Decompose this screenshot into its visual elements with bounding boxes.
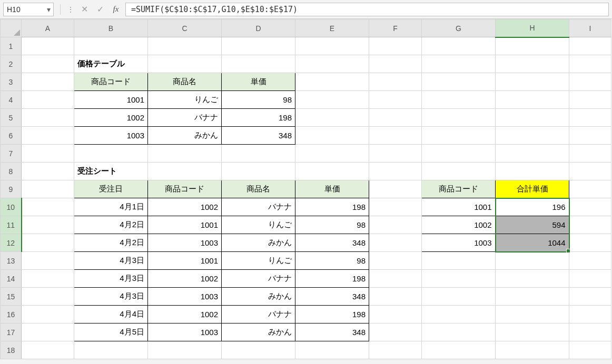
cell-B8[interactable]: 受注シート (74, 163, 148, 180)
row-header-8[interactable]: 8 (1, 163, 22, 180)
cell-B13[interactable]: 4月3日 (74, 252, 148, 270)
row-header-10[interactable]: 10 (1, 198, 22, 216)
cell-G9[interactable]: 商品コード (422, 180, 496, 198)
cell-G17[interactable] (422, 323, 496, 341)
cell-A9[interactable] (22, 180, 74, 198)
col-header-I[interactable]: I (569, 19, 611, 37)
cell-D14[interactable]: バナナ (222, 270, 295, 288)
formula-input[interactable]: =SUMIF($C$10:$C$17,G10,$E$10:$E$17) (125, 3, 609, 16)
row-header-11[interactable]: 11 (1, 216, 22, 234)
cell-A17[interactable] (22, 323, 74, 341)
row-header-7[interactable]: 7 (1, 145, 22, 163)
row-header-2[interactable]: 2 (1, 55, 22, 73)
cell-C10[interactable]: 1002 (148, 198, 222, 216)
cell-I6[interactable] (569, 127, 611, 145)
cell-I8[interactable] (569, 163, 611, 180)
cell-A6[interactable] (22, 127, 74, 145)
cell-A12[interactable] (22, 234, 74, 252)
cell-E14[interactable]: 198 (295, 270, 369, 288)
cell-G18[interactable] (422, 341, 496, 359)
cell-F4[interactable] (369, 91, 422, 109)
cell-H15[interactable] (496, 288, 569, 306)
cell-G14[interactable] (422, 270, 496, 288)
cell-G10[interactable]: 1001 (422, 198, 496, 216)
cell-F14[interactable] (369, 270, 422, 288)
cell-B2[interactable]: 価格テーブル (74, 55, 148, 73)
cell-A15[interactable] (22, 288, 74, 306)
cell-I18[interactable] (569, 341, 611, 359)
cell-H5[interactable] (496, 109, 569, 127)
cell-H10[interactable]: 196 (496, 198, 569, 216)
cell-C16[interactable]: 1002 (148, 306, 222, 323)
col-header-E[interactable]: E (295, 19, 369, 37)
cell-C2[interactable] (148, 55, 222, 73)
row-header-18[interactable]: 18 (1, 341, 22, 359)
cell-G8[interactable] (422, 163, 496, 180)
col-header-C[interactable]: C (148, 19, 222, 37)
cell-B7[interactable] (74, 145, 148, 163)
cell-F7[interactable] (369, 145, 422, 163)
cell-I7[interactable] (569, 145, 611, 163)
cell-I12[interactable] (569, 234, 611, 252)
cell-A10[interactable] (22, 198, 74, 216)
cell-C17[interactable]: 1003 (148, 323, 222, 341)
cell-C18[interactable] (148, 341, 222, 359)
cell-A18[interactable] (22, 341, 74, 359)
row-header-1[interactable]: 1 (1, 37, 22, 55)
cell-F15[interactable] (369, 288, 422, 306)
cell-H11[interactable]: 594 (496, 216, 569, 234)
cell-G4[interactable] (422, 91, 496, 109)
cell-H6[interactable] (496, 127, 569, 145)
cell-C4[interactable]: りんご (148, 91, 222, 109)
row-header-6[interactable]: 6 (1, 127, 22, 145)
enter-icon[interactable]: ✓ (94, 3, 106, 16)
cell-A7[interactable] (22, 145, 74, 163)
cell-I13[interactable] (569, 252, 611, 270)
cell-G6[interactable] (422, 127, 496, 145)
cell-E3[interactable] (295, 73, 369, 91)
cell-A14[interactable] (22, 270, 74, 288)
cell-E7[interactable] (295, 145, 369, 163)
cell-A13[interactable] (22, 252, 74, 270)
cell-A16[interactable] (22, 306, 74, 323)
cell-H8[interactable] (496, 163, 569, 180)
cell-D5[interactable]: 198 (222, 109, 295, 127)
col-header-D[interactable]: D (222, 19, 295, 37)
cell-E2[interactable] (295, 55, 369, 73)
range-expand-icon[interactable]: ⋮ (67, 5, 75, 14)
cell-I3[interactable] (569, 73, 611, 91)
row-header-9[interactable]: 9 (1, 180, 22, 198)
row-header-14[interactable]: 14 (1, 270, 22, 288)
row-header-15[interactable]: 15 (1, 288, 22, 306)
cell-H14[interactable] (496, 270, 569, 288)
cell-E17[interactable]: 348 (295, 323, 369, 341)
cell-B5[interactable]: 1002 (74, 109, 148, 127)
cell-E5[interactable] (295, 109, 369, 127)
cell-F8[interactable] (369, 163, 422, 180)
name-box-dropdown-icon[interactable]: ▾ (45, 5, 52, 14)
cell-I16[interactable] (569, 306, 611, 323)
cell-B15[interactable]: 4月3日 (74, 288, 148, 306)
cell-B14[interactable]: 4月3日 (74, 270, 148, 288)
row-header-5[interactable]: 5 (1, 109, 22, 127)
cell-A3[interactable] (22, 73, 74, 91)
cell-F3[interactable] (369, 73, 422, 91)
cell-H13[interactable] (496, 252, 569, 270)
cell-I15[interactable] (569, 288, 611, 306)
cell-H2[interactable] (496, 55, 569, 73)
cell-F9[interactable] (369, 180, 422, 198)
cell-G5[interactable] (422, 109, 496, 127)
cell-F12[interactable] (369, 234, 422, 252)
cell-H4[interactable] (496, 91, 569, 109)
cell-D7[interactable] (222, 145, 295, 163)
col-header-G[interactable]: G (422, 19, 496, 37)
cell-E16[interactable]: 198 (295, 306, 369, 323)
cell-F5[interactable] (369, 109, 422, 127)
cell-D9[interactable]: 商品名 (222, 180, 295, 198)
cell-E18[interactable] (295, 341, 369, 359)
col-header-F[interactable]: F (369, 19, 422, 37)
fx-icon[interactable]: fx (110, 3, 122, 16)
cell-B6[interactable]: 1003 (74, 127, 148, 145)
cell-B1[interactable] (74, 37, 148, 55)
row-header-13[interactable]: 13 (1, 252, 22, 270)
